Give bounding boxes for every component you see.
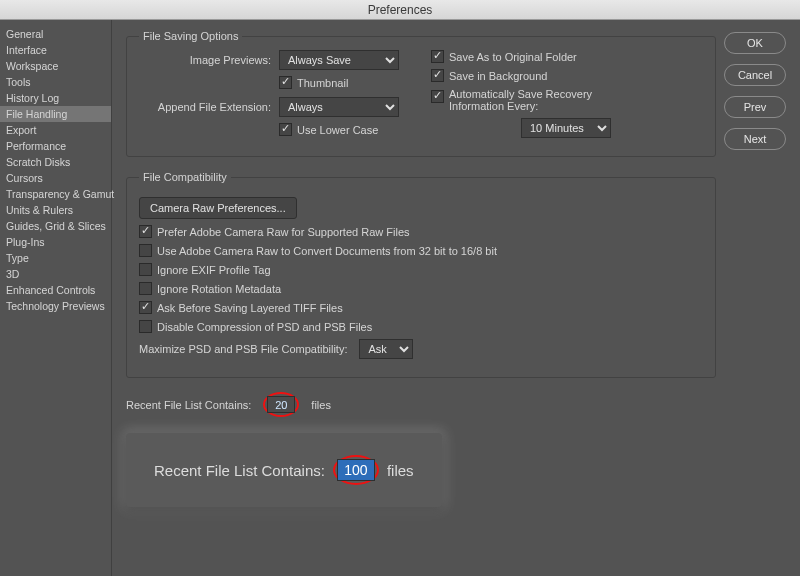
prefer-raw-checkbox[interactable]: [139, 225, 152, 238]
recent-file-row: Recent File List Contains: files: [126, 392, 716, 417]
disable-psd-label: Disable Compression of PSD and PSB Files: [157, 321, 372, 333]
file-saving-legend: File Saving Options: [139, 30, 242, 42]
sidebar-item-file-handling[interactable]: File Handling: [0, 106, 111, 122]
recent-file-suffix: files: [311, 399, 331, 411]
file-compat-legend: File Compatibility: [139, 171, 231, 183]
lowercase-checkbox[interactable]: [279, 123, 292, 136]
append-ext-label: Append File Extension:: [139, 101, 279, 113]
save-as-original-label: Save As to Original Folder: [449, 51, 577, 63]
ok-button[interactable]: OK: [724, 32, 786, 54]
max-psd-label: Maximize PSD and PSB File Compatibility:: [139, 343, 347, 355]
recent-file-callout: Recent File List Contains: files: [126, 433, 442, 507]
sidebar-item-scratch-disks[interactable]: Scratch Disks: [0, 154, 111, 170]
ask-tiff-label: Ask Before Saving Layered TIFF Files: [157, 302, 343, 314]
sidebar-item-type[interactable]: Type: [0, 250, 111, 266]
cancel-button[interactable]: Cancel: [724, 64, 786, 86]
sidebar-item-guides-grid-slices[interactable]: Guides, Grid & Slices: [0, 218, 111, 234]
image-previews-label: Image Previews:: [139, 54, 279, 66]
main-panel: File Saving Options Image Previews: Alwa…: [112, 20, 724, 576]
ignore-exif-checkbox[interactable]: [139, 263, 152, 276]
ignore-rotation-label: Ignore Rotation Metadata: [157, 283, 281, 295]
sidebar-item-export[interactable]: Export: [0, 122, 111, 138]
ignore-rotation-checkbox[interactable]: [139, 282, 152, 295]
autosave-interval-select[interactable]: 10 Minutes: [521, 118, 611, 138]
convert32-label: Use Adobe Camera Raw to Convert Document…: [157, 245, 497, 257]
next-button[interactable]: Next: [724, 128, 786, 150]
sidebar-item-interface[interactable]: Interface: [0, 42, 111, 58]
save-as-original-checkbox[interactable]: [431, 50, 444, 63]
prefer-raw-label: Prefer Adobe Camera Raw for Supported Ra…: [157, 226, 410, 238]
thumbnail-checkbox[interactable]: [279, 76, 292, 89]
file-compat-group: File Compatibility Camera Raw Preference…: [126, 171, 716, 378]
sidebar-item-general[interactable]: General: [0, 26, 111, 42]
recent-file-callout-input[interactable]: [337, 459, 375, 481]
max-psd-select[interactable]: Ask: [359, 339, 413, 359]
button-column: OK Cancel Prev Next: [724, 20, 800, 576]
ask-tiff-checkbox[interactable]: [139, 301, 152, 314]
thumbnail-label: Thumbnail: [297, 77, 348, 89]
prev-button[interactable]: Prev: [724, 96, 786, 118]
camera-raw-prefs-button[interactable]: Camera Raw Preferences...: [139, 197, 297, 219]
disable-psd-checkbox[interactable]: [139, 320, 152, 333]
sidebar-item-cursors[interactable]: Cursors: [0, 170, 111, 186]
file-saving-group: File Saving Options Image Previews: Alwa…: [126, 30, 716, 157]
convert32-checkbox[interactable]: [139, 244, 152, 257]
highlight-circle-icon: [263, 392, 299, 417]
content-area: GeneralInterfaceWorkspaceToolsHistory Lo…: [0, 20, 800, 576]
recent-file-input[interactable]: [267, 396, 295, 413]
sidebar-item-performance[interactable]: Performance: [0, 138, 111, 154]
sidebar-item-workspace[interactable]: Workspace: [0, 58, 111, 74]
sidebar-item-units-rulers[interactable]: Units & Rulers: [0, 202, 111, 218]
save-background-checkbox[interactable]: [431, 69, 444, 82]
sidebar-item-plug-ins[interactable]: Plug-Ins: [0, 234, 111, 250]
sidebar-item-3d[interactable]: 3D: [0, 266, 111, 282]
image-previews-select[interactable]: Always Save: [279, 50, 399, 70]
sidebar-item-transparency-gamut[interactable]: Transparency & Gamut: [0, 186, 111, 202]
autosave-checkbox[interactable]: [431, 90, 444, 103]
recent-file-callout-label: Recent File List Contains:: [154, 462, 325, 479]
sidebar-item-enhanced-controls[interactable]: Enhanced Controls: [0, 282, 111, 298]
save-background-label: Save in Background: [449, 70, 547, 82]
sidebar-item-technology-previews[interactable]: Technology Previews: [0, 298, 111, 314]
lowercase-label: Use Lower Case: [297, 124, 378, 136]
autosave-label: Automatically Save Recovery Information …: [449, 88, 629, 112]
preferences-sidebar: GeneralInterfaceWorkspaceToolsHistory Lo…: [0, 20, 112, 576]
sidebar-item-history-log[interactable]: History Log: [0, 90, 111, 106]
highlight-circle-icon: [333, 455, 379, 485]
ignore-exif-label: Ignore EXIF Profile Tag: [157, 264, 271, 276]
sidebar-item-tools[interactable]: Tools: [0, 74, 111, 90]
append-ext-select[interactable]: Always: [279, 97, 399, 117]
window-title: Preferences: [0, 0, 800, 20]
recent-file-label: Recent File List Contains:: [126, 399, 251, 411]
recent-file-callout-suffix: files: [387, 462, 414, 479]
